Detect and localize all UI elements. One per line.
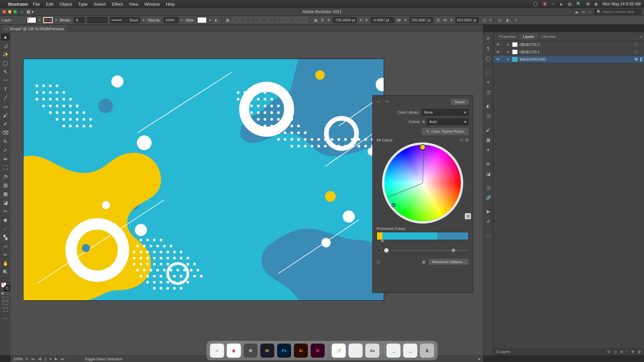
- line-tool[interactable]: ╱: [1, 94, 10, 102]
- dock-app-icon[interactable]: Ps: [277, 344, 291, 358]
- link-wh-icon[interactable]: ⛓: [436, 17, 441, 23]
- recolor-icon[interactable]: ◐: [214, 17, 219, 23]
- isolate-icon[interactable]: ⊡: [497, 17, 502, 23]
- menu-type[interactable]: Type: [78, 2, 88, 7]
- appearance-panel-icon[interactable]: ◐: [485, 103, 492, 109]
- type-tool[interactable]: T: [1, 85, 10, 93]
- tab-properties[interactable]: Properties: [495, 33, 519, 40]
- menu-view[interactable]: View: [129, 2, 138, 7]
- dist-s3-icon[interactable]: [302, 18, 307, 22]
- draw-mode-icons[interactable]: [2, 297, 8, 305]
- undo-icon[interactable]: ↶: [377, 99, 381, 105]
- asset-export-panel-icon[interactable]: ⬚: [485, 232, 492, 238]
- brush-def[interactable]: Basic: [110, 17, 140, 23]
- lasso-tool[interactable]: ◯: [1, 59, 10, 67]
- dock-fontbook-icon[interactable]: Aa: [365, 344, 379, 358]
- color-library-select[interactable]: None▾: [422, 109, 469, 116]
- color-theme-picker-button[interactable]: ✎Color Theme Picker: [422, 128, 469, 135]
- siri-icon[interactable]: ◐: [595, 2, 598, 6]
- character-panel-icon[interactable]: A: [485, 35, 492, 42]
- gradient-tool[interactable]: ◪: [1, 199, 10, 206]
- first-artboard-icon[interactable]: ⏮: [31, 357, 35, 361]
- tab-layers[interactable]: Layers: [520, 33, 537, 40]
- menubar-clock[interactable]: Mon May 24 8:35 AM: [603, 2, 641, 6]
- layer-row[interactable]: 👁 ▸ OBJECTS 2: [493, 41, 644, 48]
- actions-panel-icon[interactable]: ▶: [485, 208, 492, 215]
- artboard[interactable]: [23, 59, 384, 300]
- close-window-icon[interactable]: [3, 10, 6, 13]
- zoom-dropdown-icon[interactable]: ▾: [26, 357, 28, 361]
- history-panel-icon[interactable]: ↺: [485, 218, 492, 225]
- locate-object-icon[interactable]: ⧉: [607, 350, 610, 354]
- macos-dock[interactable]: ☺◉⚙BrPsAiId 📝 📄 Aa 📃 📃 🗑: [207, 341, 437, 360]
- layer-row[interactable]: 👁 ▸ OBJECTS 1: [493, 48, 644, 56]
- disclosure-icon[interactable]: ▸: [507, 50, 510, 54]
- app-name[interactable]: Illustrator: [8, 2, 28, 7]
- sync-icon[interactable]: ☁: [575, 10, 578, 14]
- delete-layer-icon[interactable]: 🗑: [638, 350, 641, 354]
- pref-icon[interactable]: ≡: [513, 17, 519, 23]
- dock-doc2-icon[interactable]: 📃: [403, 344, 417, 358]
- disclosure-icon[interactable]: ▸: [507, 57, 510, 61]
- align-right-icon[interactable]: [246, 18, 252, 22]
- home-icon[interactable]: ⌂: [21, 9, 23, 14]
- disclosure-icon[interactable]: ▸: [507, 42, 510, 47]
- eyedropper-tool[interactable]: ✑: [1, 207, 10, 215]
- shaper-tool[interactable]: ✐: [1, 120, 10, 128]
- mute-icon[interactable]: 🔇: [542, 2, 547, 6]
- edit-toolbar-icon[interactable]: ⋯: [1, 315, 10, 322]
- align-left-icon[interactable]: [233, 18, 239, 22]
- zoom-window-icon[interactable]: [13, 10, 17, 13]
- recolor-artwork-panel[interactable]: ↶ ↷ Reset Color Library: None▾ Colors: ⇅…: [372, 95, 473, 293]
- stroke-profile[interactable]: [87, 17, 107, 23]
- layer-row[interactable]: 👁 ▸ BACKGROUND: [493, 56, 644, 63]
- search-help-input[interactable]: 🔍 Search Adobe Help: [594, 9, 641, 15]
- learn-icon[interactable]: ♀: [588, 10, 591, 14]
- last-artboard-icon[interactable]: ⏭: [61, 357, 64, 361]
- x-value[interactable]: -756.4994 pt: [333, 17, 357, 23]
- opentype-panel-icon[interactable]: ◯: [485, 55, 492, 62]
- eraser-tool[interactable]: ⌫: [1, 129, 10, 136]
- stroke-swatch[interactable]: [43, 17, 53, 23]
- width-tool[interactable]: ⇔: [1, 155, 10, 163]
- zoom-value[interactable]: 100%: [13, 357, 23, 361]
- create-sublayer-icon[interactable]: ⊞: [620, 350, 623, 354]
- links-panel-icon[interactable]: 🔗: [485, 194, 492, 201]
- opacity-input[interactable]: 100%: [164, 17, 178, 23]
- next-artboard-icon[interactable]: ▶: [55, 357, 57, 361]
- color-mode-toggles[interactable]: [1, 292, 10, 295]
- dock-app-icon[interactable]: Id: [311, 344, 325, 358]
- align-panel-icon[interactable]: ≡: [485, 79, 492, 85]
- shape-mode-icon[interactable]: ◫: [482, 17, 487, 23]
- prominent-slider-handle[interactable]: [381, 239, 384, 242]
- transform-panel-icon[interactable]: ⛶: [485, 69, 492, 75]
- info-icon[interactable]: ⓘ: [377, 259, 380, 264]
- wheel-handle[interactable]: [391, 203, 395, 207]
- align-to-icon[interactable]: ▦: [225, 17, 230, 23]
- menu-effect[interactable]: Effect: [112, 2, 123, 7]
- wheel-handle[interactable]: [420, 144, 426, 150]
- target-icon[interactable]: [635, 58, 638, 61]
- h-value[interactable]: 503.9997 pt: [455, 17, 479, 23]
- menu-file[interactable]: File: [33, 2, 40, 7]
- perspective-tool[interactable]: ▨: [1, 181, 10, 189]
- brightness-slider[interactable]: [377, 248, 469, 253]
- align-top-icon[interactable]: [255, 18, 260, 22]
- swatches-panel-icon[interactable]: ▦: [485, 136, 492, 143]
- battery-icon[interactable]: ▤: [568, 2, 572, 6]
- transform-ref-icon[interactable]: ▦: [313, 17, 318, 23]
- hand-tool[interactable]: ✋: [1, 260, 10, 267]
- brightness-thumb[interactable]: [451, 248, 455, 252]
- link-colors-icon[interactable]: ⛓: [465, 213, 471, 219]
- style-swatch[interactable]: [197, 17, 207, 23]
- scale-tool[interactable]: ⤢: [1, 146, 10, 154]
- slice-tool[interactable]: ✂: [1, 251, 10, 258]
- symbols-panel-icon[interactable]: ✦: [485, 146, 492, 153]
- rectangle-tool[interactable]: ▭: [1, 103, 10, 110]
- bars-mode-icon[interactable]: ▤: [465, 138, 469, 142]
- panel-menu-icon[interactable]: ≡: [640, 35, 642, 39]
- colors-select[interactable]: Auto▾: [427, 118, 469, 125]
- rotate-tool[interactable]: ↻: [1, 138, 10, 145]
- gradient-panel-icon[interactable]: ◪: [485, 170, 492, 177]
- align-bottom-icon[interactable]: [268, 18, 273, 22]
